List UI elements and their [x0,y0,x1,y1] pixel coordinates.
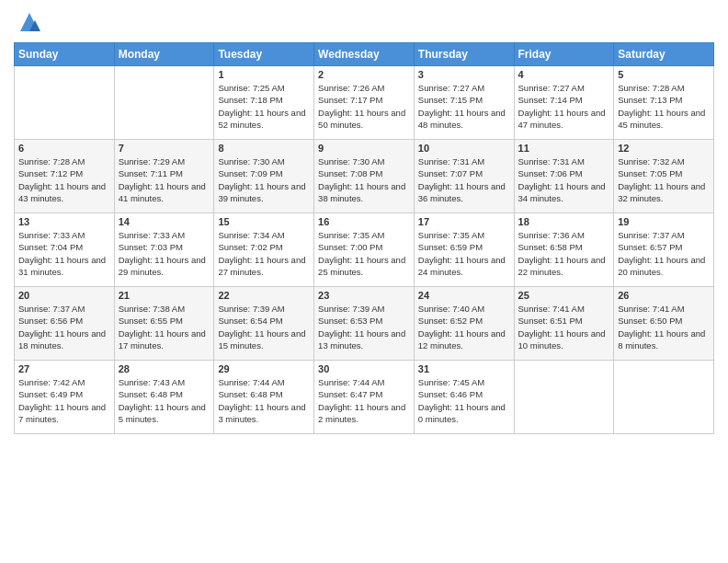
day-number: 30 [318,363,410,374]
day-detail: Sunrise: 7:44 AMSunset: 6:47 PMDaylight:… [318,376,410,425]
day-detail: Sunrise: 7:33 AMSunset: 7:04 PMDaylight:… [18,229,110,278]
calendar-cell: 26Sunrise: 7:41 AMSunset: 6:50 PMDayligh… [614,287,714,361]
day-number: 4 [518,69,610,80]
day-detail: Sunrise: 7:41 AMSunset: 6:51 PMDaylight:… [518,303,610,351]
day-detail: Sunrise: 7:45 AMSunset: 6:46 PMDaylight:… [418,376,510,425]
calendar-week-row: 1Sunrise: 7:25 AMSunset: 7:18 PMDaylight… [15,66,714,140]
day-number: 11 [518,143,610,154]
day-detail: Sunrise: 7:39 AMSunset: 6:54 PMDaylight:… [218,303,310,351]
day-number: 18 [518,216,610,227]
day-detail: Sunrise: 7:39 AMSunset: 6:53 PMDaylight:… [318,303,410,351]
day-of-week-header: Sunday [15,43,115,66]
day-number: 10 [418,143,510,154]
calendar-cell: 4Sunrise: 7:27 AMSunset: 7:14 PMDaylight… [514,66,614,140]
calendar-week-row: 6Sunrise: 7:28 AMSunset: 7:12 PMDaylight… [15,140,714,213]
day-detail: Sunrise: 7:43 AMSunset: 6:48 PMDaylight:… [119,376,210,425]
calendar-cell [514,361,614,434]
day-number: 5 [618,69,710,80]
day-number: 31 [418,363,510,374]
calendar-cell: 11Sunrise: 7:31 AMSunset: 7:06 PMDayligh… [514,140,614,213]
day-detail: Sunrise: 7:37 AMSunset: 6:57 PMDaylight:… [618,229,710,278]
calendar-cell: 21Sunrise: 7:38 AMSunset: 6:55 PMDayligh… [114,287,214,361]
calendar-week-row: 20Sunrise: 7:37 AMSunset: 6:56 PMDayligh… [15,287,714,361]
day-number: 3 [418,69,510,80]
day-detail: Sunrise: 7:27 AMSunset: 7:14 PMDaylight:… [518,82,610,131]
day-number: 25 [518,290,610,301]
day-number: 15 [218,216,310,227]
calendar-cell: 6Sunrise: 7:28 AMSunset: 7:12 PMDaylight… [15,140,115,213]
day-number: 24 [418,290,510,301]
day-of-week-header: Saturday [614,43,714,66]
calendar-cell [614,361,714,434]
header [14,9,714,35]
day-number: 8 [218,143,310,154]
day-detail: Sunrise: 7:34 AMSunset: 7:02 PMDaylight:… [218,229,310,278]
day-detail: Sunrise: 7:38 AMSunset: 6:55 PMDaylight:… [119,303,210,351]
calendar-cell: 19Sunrise: 7:37 AMSunset: 6:57 PMDayligh… [614,213,714,287]
calendar-cell: 13Sunrise: 7:33 AMSunset: 7:04 PMDayligh… [15,213,115,287]
day-number: 22 [218,290,310,301]
calendar-cell: 17Sunrise: 7:35 AMSunset: 6:59 PMDayligh… [414,213,514,287]
calendar-cell: 3Sunrise: 7:27 AMSunset: 7:15 PMDaylight… [414,66,514,140]
day-number: 16 [318,216,410,227]
calendar-cell: 15Sunrise: 7:34 AMSunset: 7:02 PMDayligh… [214,213,314,287]
day-detail: Sunrise: 7:31 AMSunset: 7:06 PMDaylight:… [518,155,610,204]
day-detail: Sunrise: 7:30 AMSunset: 7:09 PMDaylight:… [218,155,310,204]
day-detail: Sunrise: 7:40 AMSunset: 6:52 PMDaylight:… [418,303,510,351]
day-detail: Sunrise: 7:27 AMSunset: 7:15 PMDaylight:… [418,82,510,131]
day-detail: Sunrise: 7:44 AMSunset: 6:48 PMDaylight:… [218,376,310,425]
calendar-cell [114,66,214,140]
calendar-cell: 10Sunrise: 7:31 AMSunset: 7:07 PMDayligh… [414,140,514,213]
day-detail: Sunrise: 7:35 AMSunset: 6:59 PMDaylight:… [418,229,510,278]
calendar-cell: 25Sunrise: 7:41 AMSunset: 6:51 PMDayligh… [514,287,614,361]
day-detail: Sunrise: 7:28 AMSunset: 7:13 PMDaylight:… [618,82,710,131]
calendar-cell: 28Sunrise: 7:43 AMSunset: 6:48 PMDayligh… [114,361,214,434]
day-number: 19 [618,216,710,227]
day-detail: Sunrise: 7:36 AMSunset: 6:58 PMDaylight:… [518,229,610,278]
calendar-cell: 29Sunrise: 7:44 AMSunset: 6:48 PMDayligh… [214,361,314,434]
day-number: 29 [218,363,310,374]
calendar-week-row: 13Sunrise: 7:33 AMSunset: 7:04 PMDayligh… [15,213,714,287]
logo-icon [17,9,42,35]
day-detail: Sunrise: 7:29 AMSunset: 7:11 PMDaylight:… [119,155,210,204]
calendar-cell: 5Sunrise: 7:28 AMSunset: 7:13 PMDaylight… [614,66,714,140]
calendar-cell: 1Sunrise: 7:25 AMSunset: 7:18 PMDaylight… [214,66,314,140]
day-of-week-header: Thursday [414,43,514,66]
day-number: 28 [119,363,210,374]
day-detail: Sunrise: 7:32 AMSunset: 7:05 PMDaylight:… [618,155,710,204]
calendar-cell: 9Sunrise: 7:30 AMSunset: 7:08 PMDaylight… [314,140,415,213]
page: SundayMondayTuesdayWednesdayThursdayFrid… [0,0,728,443]
day-of-week-header: Friday [514,43,614,66]
calendar-cell: 8Sunrise: 7:30 AMSunset: 7:09 PMDaylight… [214,140,314,213]
day-detail: Sunrise: 7:25 AMSunset: 7:18 PMDaylight:… [218,82,310,131]
day-number: 6 [18,143,110,154]
calendar-cell: 12Sunrise: 7:32 AMSunset: 7:05 PMDayligh… [614,140,714,213]
day-number: 12 [618,143,710,154]
day-number: 2 [318,69,410,80]
day-number: 1 [218,69,310,80]
calendar-cell: 16Sunrise: 7:35 AMSunset: 7:00 PMDayligh… [314,213,415,287]
day-detail: Sunrise: 7:26 AMSunset: 7:17 PMDaylight:… [318,82,410,131]
calendar-cell: 18Sunrise: 7:36 AMSunset: 6:58 PMDayligh… [514,213,614,287]
day-detail: Sunrise: 7:41 AMSunset: 6:50 PMDaylight:… [618,303,710,351]
day-number: 17 [418,216,510,227]
day-number: 23 [318,290,410,301]
day-number: 20 [18,290,110,301]
calendar-cell: 2Sunrise: 7:26 AMSunset: 7:17 PMDaylight… [314,66,415,140]
calendar-cell: 31Sunrise: 7:45 AMSunset: 6:46 PMDayligh… [414,361,514,434]
calendar-cell: 27Sunrise: 7:42 AMSunset: 6:49 PMDayligh… [15,361,115,434]
day-detail: Sunrise: 7:31 AMSunset: 7:07 PMDaylight:… [418,155,510,204]
day-detail: Sunrise: 7:35 AMSunset: 7:00 PMDaylight:… [318,229,410,278]
calendar-cell: 14Sunrise: 7:33 AMSunset: 7:03 PMDayligh… [114,213,214,287]
day-of-week-header: Monday [114,43,214,66]
day-number: 27 [18,363,110,374]
day-detail: Sunrise: 7:33 AMSunset: 7:03 PMDaylight:… [119,229,210,278]
day-detail: Sunrise: 7:30 AMSunset: 7:08 PMDaylight:… [318,155,410,204]
day-number: 13 [18,216,110,227]
day-detail: Sunrise: 7:37 AMSunset: 6:56 PMDaylight:… [18,303,110,351]
day-number: 26 [618,290,710,301]
calendar-table: SundayMondayTuesdayWednesdayThursdayFrid… [14,42,714,434]
calendar-week-row: 27Sunrise: 7:42 AMSunset: 6:49 PMDayligh… [15,361,714,434]
day-of-week-header: Tuesday [214,43,314,66]
day-number: 7 [119,143,210,154]
